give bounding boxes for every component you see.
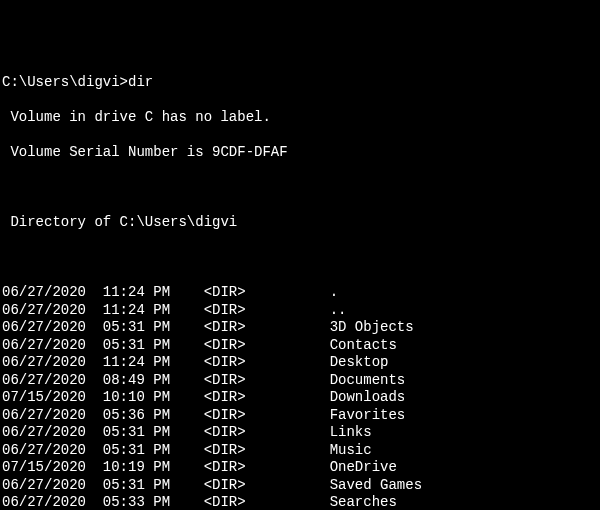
prompt-path: C:\Users\digvi> xyxy=(2,74,128,90)
dir-entry: 06/27/2020 05:31 PM <DIR> Links xyxy=(2,424,598,442)
dir-entry: 06/27/2020 05:31 PM <DIR> Music xyxy=(2,442,598,460)
directory-listing: 06/27/2020 11:24 PM <DIR> .06/27/2020 11… xyxy=(2,284,598,510)
directory-of-line: Directory of C:\Users\digvi xyxy=(2,214,598,232)
dir-entry: 06/27/2020 05:31 PM <DIR> Contacts xyxy=(2,337,598,355)
volume-serial-line: Volume Serial Number is 9CDF-DFAF xyxy=(2,144,598,162)
blank-line xyxy=(2,249,598,267)
volume-label-line: Volume in drive C has no label. xyxy=(2,109,598,127)
dir-entry: 06/27/2020 11:24 PM <DIR> . xyxy=(2,284,598,302)
dir-entry: 06/27/2020 05:33 PM <DIR> Searches xyxy=(2,494,598,510)
dir-entry: 06/27/2020 05:31 PM <DIR> 3D Objects xyxy=(2,319,598,337)
dir-entry: 06/27/2020 11:24 PM <DIR> .. xyxy=(2,302,598,320)
dir-entry: 07/15/2020 10:19 PM <DIR> OneDrive xyxy=(2,459,598,477)
dir-entry: 07/15/2020 10:10 PM <DIR> Downloads xyxy=(2,389,598,407)
blank-line xyxy=(2,179,598,197)
dir-entry: 06/27/2020 05:36 PM <DIR> Favorites xyxy=(2,407,598,425)
dir-entry: 06/27/2020 05:31 PM <DIR> Saved Games xyxy=(2,477,598,495)
dir-entry: 06/27/2020 08:49 PM <DIR> Documents xyxy=(2,372,598,390)
prompt-line-1: C:\Users\digvi>dir xyxy=(2,74,598,92)
dir-entry: 06/27/2020 11:24 PM <DIR> Desktop xyxy=(2,354,598,372)
command-text: dir xyxy=(128,74,153,90)
